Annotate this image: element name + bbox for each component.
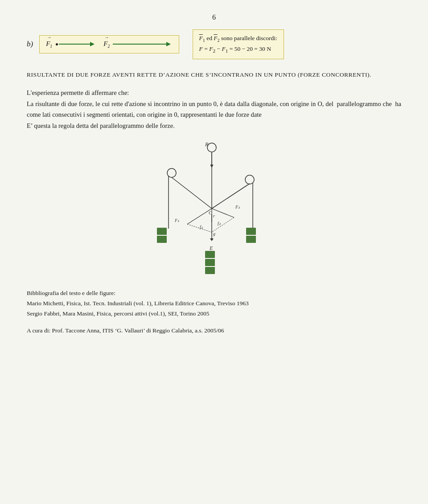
bibliography-label: Bibbliografia del testo e delle figure: bbox=[27, 288, 401, 299]
svg-rect-23 bbox=[246, 228, 256, 235]
svg-rect-24 bbox=[246, 236, 256, 243]
bibliography: Bibbliografia del testo e delle figure: … bbox=[27, 288, 401, 319]
svg-rect-30 bbox=[205, 251, 215, 258]
svg-line-9 bbox=[212, 184, 250, 209]
svg-text:g: g bbox=[213, 231, 215, 236]
formula-line1: F1 ed F2 sono parallele discordi: bbox=[199, 33, 277, 44]
page-number: 6 bbox=[27, 13, 401, 21]
svg-point-5 bbox=[245, 175, 254, 184]
svg-rect-22 bbox=[157, 236, 167, 243]
svg-text:f₂: f₂ bbox=[218, 221, 221, 226]
main-text: L'esperienza permette di affermare che: … bbox=[27, 87, 401, 131]
diagram-b-section: b) → F1 → F2 F1 bbox=[27, 29, 401, 59]
main-text-content: L'esperienza permette di affermare che: … bbox=[27, 89, 401, 129]
f1-arrow bbox=[59, 42, 95, 46]
svg-line-11 bbox=[212, 209, 234, 217]
svg-text:f₁: f₁ bbox=[200, 225, 203, 229]
svg-rect-31 bbox=[205, 259, 215, 266]
f1-dot bbox=[56, 43, 58, 45]
bibliography-line1: Mario Michetti, Fisica, Ist. Tecn. Indus… bbox=[27, 299, 401, 309]
svg-line-13 bbox=[212, 217, 234, 232]
svg-text:F₂: F₂ bbox=[235, 205, 240, 209]
formula-line2: F = F2 − F1 = 50 − 20 = 30 N bbox=[199, 44, 277, 55]
f1-arrow-group: → F1 bbox=[46, 40, 95, 49]
f2-arrowhead bbox=[166, 42, 171, 46]
physics-diagram: R r F₂ F₁ f₁ f₂ C bbox=[147, 139, 281, 278]
svg-marker-28 bbox=[210, 238, 214, 241]
f2-arrow bbox=[113, 42, 171, 46]
svg-rect-21 bbox=[157, 228, 167, 235]
f1-shaft bbox=[59, 44, 90, 45]
f2-shaft bbox=[113, 44, 166, 45]
svg-point-0 bbox=[207, 143, 216, 152]
svg-text:R: R bbox=[205, 141, 209, 148]
section-heading: RISULTANTE DI DUE FORZE AVENTI RETTE D’A… bbox=[27, 70, 401, 80]
f2-arrow-group: → F2 bbox=[103, 40, 170, 49]
f1-label: → F1 bbox=[46, 40, 52, 49]
svg-line-8 bbox=[172, 177, 212, 209]
svg-text:r: r bbox=[213, 213, 215, 218]
f1-arrowhead bbox=[90, 42, 95, 46]
bibliography-line2: Sergio Fabbri, Mara Masini, Fisica, perc… bbox=[27, 309, 401, 319]
author-note: A cura di: Prof. Taccone Anna, ITIS ‘G. … bbox=[27, 326, 401, 336]
f2-label: → F2 bbox=[103, 40, 110, 49]
svg-rect-32 bbox=[205, 267, 215, 274]
diagram-svg: R r F₂ F₁ f₁ f₂ C bbox=[147, 139, 281, 278]
formula-box: F1 ed F2 sono parallele discordi: F = F2… bbox=[193, 29, 284, 59]
force-diagram-box: → F1 → F2 bbox=[39, 35, 179, 53]
svg-text:E: E bbox=[209, 245, 213, 251]
svg-text:F₁: F₁ bbox=[174, 218, 179, 223]
svg-line-10 bbox=[187, 209, 212, 224]
diagram-b-label: b) bbox=[27, 40, 33, 49]
